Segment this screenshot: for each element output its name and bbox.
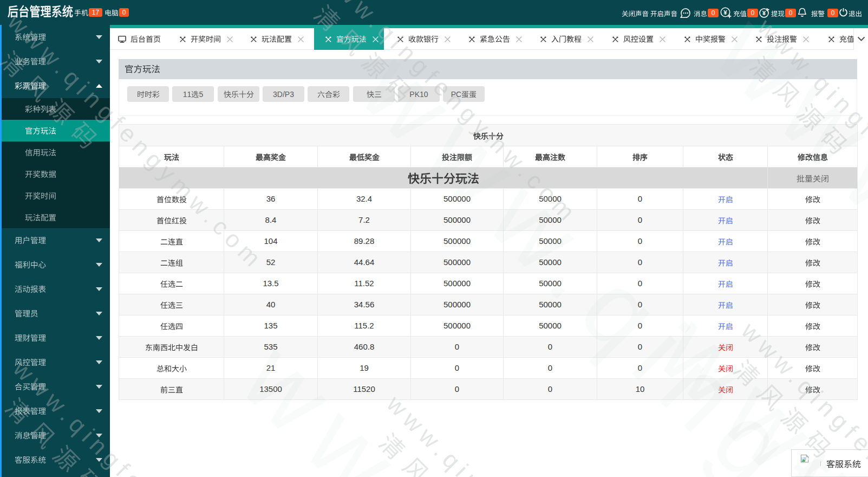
svg-text:¥: ¥ — [723, 9, 727, 16]
svg-text:¥: ¥ — [762, 10, 766, 16]
